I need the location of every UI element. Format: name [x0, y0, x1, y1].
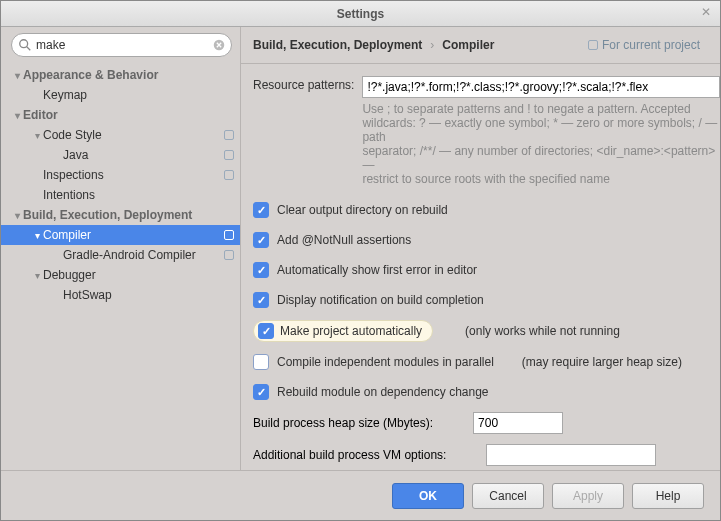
sidebar: ▾Appearance & BehaviorKeymap▾Editor▾Code… [1, 27, 241, 470]
opt-firsterr-label: Automatically show first error in editor [277, 263, 477, 277]
for-current-project-label: For current project [602, 38, 700, 52]
tree-row-9[interactable]: Gradle-Android Compiler [1, 245, 240, 265]
tree-label: Gradle-Android Compiler [63, 248, 224, 262]
expander-icon[interactable]: ▾ [11, 70, 23, 81]
opt-first-error[interactable]: Automatically show first error in editor [253, 260, 720, 280]
tree-label: Keymap [43, 88, 234, 102]
settings-window: Settings ✕ ▾Appearance & BehaviorKeymap▾… [0, 0, 721, 521]
heap-row: Build process heap size (Mbytes): [253, 412, 720, 434]
heap-label: Build process heap size (Mbytes): [253, 416, 433, 430]
breadcrumb: Build, Execution, Deployment › Compiler … [241, 27, 720, 63]
search-input[interactable] [11, 33, 232, 57]
compiler-panel: Resource patterns: Use ; to separate pat… [241, 63, 720, 470]
tree-label: Java [63, 148, 224, 162]
cancel-button[interactable]: Cancel [472, 483, 544, 509]
breadcrumb-b: Compiler [442, 38, 494, 52]
search-icon [18, 38, 32, 52]
opt-notnull[interactable]: Add @NotNull assertions [253, 230, 720, 250]
tree-label: Compiler [43, 228, 224, 242]
tree-row-0[interactable]: ▾Appearance & Behavior [1, 65, 240, 85]
expander-icon[interactable]: ▾ [31, 230, 43, 241]
project-indicator-icon [224, 130, 234, 140]
checkbox-make[interactable] [258, 323, 274, 339]
tree-row-4[interactable]: Java [1, 145, 240, 165]
opt-notification[interactable]: Display notification on build completion [253, 290, 720, 310]
tree-row-11[interactable]: HotSwap [1, 285, 240, 305]
opt-make-auto[interactable]: Make project automatically (only works w… [253, 320, 720, 342]
expander-icon[interactable]: ▾ [31, 130, 43, 141]
opt-rebuild[interactable]: Rebuild module on dependency change [253, 382, 720, 402]
tree-row-3[interactable]: ▾Code Style [1, 125, 240, 145]
tree-row-8[interactable]: ▾Compiler [1, 225, 240, 245]
tree-label: HotSwap [63, 288, 234, 302]
tree-label: Inspections [43, 168, 224, 182]
checkbox-notif[interactable] [253, 292, 269, 308]
tree-label: Code Style [43, 128, 224, 142]
resource-patterns-input[interactable] [362, 76, 720, 98]
options: Clear output directory on rebuild Add @N… [253, 200, 720, 466]
svg-line-1 [27, 47, 31, 51]
dialog-buttons: OK Cancel Apply Help [1, 470, 720, 520]
clear-search-icon[interactable] [212, 38, 226, 52]
tree-label: Intentions [43, 188, 234, 202]
opt-clear-output[interactable]: Clear output directory on rebuild [253, 200, 720, 220]
window-title: Settings [1, 7, 720, 21]
tree-row-1[interactable]: Keymap [1, 85, 240, 105]
opt-parallel-label: Compile independent modules in parallel [277, 355, 494, 369]
vm-row: Additional build process VM options: [253, 444, 720, 466]
resource-help: Use ; to separate patterns and ! to nega… [362, 102, 720, 186]
chevron-right-icon: › [430, 38, 434, 52]
settings-tree[interactable]: ▾Appearance & BehaviorKeymap▾Editor▾Code… [1, 63, 240, 470]
checkbox-parallel[interactable] [253, 354, 269, 370]
opt-make-highlight: Make project automatically [253, 320, 433, 342]
tree-label: Debugger [43, 268, 234, 282]
tree-label: Build, Execution, Deployment [23, 208, 234, 222]
expander-icon[interactable]: ▾ [11, 110, 23, 121]
tree-row-7[interactable]: ▾Build, Execution, Deployment [1, 205, 240, 225]
vm-label: Additional build process VM options: [253, 448, 446, 462]
expander-icon[interactable]: ▾ [11, 210, 23, 221]
checkbox-firsterr[interactable] [253, 262, 269, 278]
close-icon[interactable]: ✕ [698, 5, 714, 21]
breadcrumb-a: Build, Execution, Deployment [253, 38, 422, 52]
content-area: Build, Execution, Deployment › Compiler … [241, 27, 720, 470]
vm-input[interactable] [486, 444, 656, 466]
body: ▾Appearance & BehaviorKeymap▾Editor▾Code… [1, 27, 720, 470]
tree-label: Appearance & Behavior [23, 68, 234, 82]
search-box [11, 33, 232, 57]
tree-row-5[interactable]: Inspections [1, 165, 240, 185]
checkbox-clear[interactable] [253, 202, 269, 218]
expander-icon[interactable]: ▾ [31, 270, 43, 281]
opt-clear-label: Clear output directory on rebuild [277, 203, 448, 217]
project-indicator-icon [224, 170, 234, 180]
opt-notif-label: Display notification on build completion [277, 293, 484, 307]
project-indicator-icon [224, 230, 234, 240]
ok-button[interactable]: OK [392, 483, 464, 509]
heap-input[interactable] [473, 412, 563, 434]
resource-patterns-label: Resource patterns: [253, 76, 354, 186]
opt-make-hint: (only works while not running [465, 324, 620, 338]
project-indicator-icon [224, 150, 234, 160]
help-button[interactable]: Help [632, 483, 704, 509]
checkbox-notnull[interactable] [253, 232, 269, 248]
opt-parallel-hint: (may require larger heap size) [522, 355, 682, 369]
resource-patterns-row: Resource patterns: Use ; to separate pat… [253, 76, 720, 186]
svg-point-0 [20, 40, 28, 48]
opt-rebuild-label: Rebuild module on dependency change [277, 385, 489, 399]
project-indicator-icon [224, 250, 234, 260]
tree-label: Editor [23, 108, 234, 122]
apply-button[interactable]: Apply [552, 483, 624, 509]
for-current-project: For current project [588, 38, 700, 52]
tree-row-10[interactable]: ▾Debugger [1, 265, 240, 285]
opt-parallel[interactable]: Compile independent modules in parallel … [253, 352, 720, 372]
opt-notnull-label: Add @NotNull assertions [277, 233, 411, 247]
tree-row-2[interactable]: ▾Editor [1, 105, 240, 125]
opt-make-label: Make project automatically [280, 324, 422, 338]
checkbox-rebuild[interactable] [253, 384, 269, 400]
project-indicator-icon [588, 40, 598, 50]
titlebar[interactable]: Settings ✕ [1, 1, 720, 27]
tree-row-6[interactable]: Intentions [1, 185, 240, 205]
